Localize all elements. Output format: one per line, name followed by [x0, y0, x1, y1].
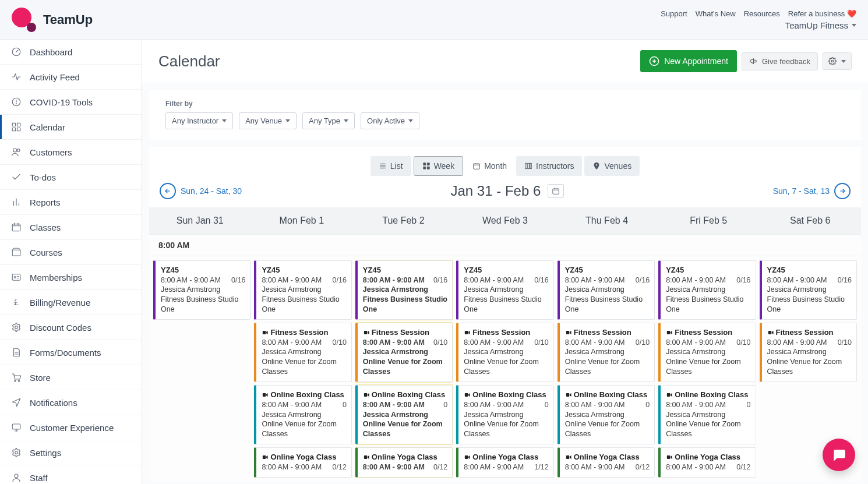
top-link-support[interactable]: Support — [661, 9, 687, 18]
filter-type-dropdown[interactable]: Any Type — [302, 112, 355, 129]
sidebar-item-notifications[interactable]: Notifications — [0, 390, 142, 415]
video-icon — [565, 328, 572, 338]
brand-logo[interactable]: TeamUp — [12, 8, 93, 32]
doc-icon — [10, 347, 22, 358]
sidebar-item-customers[interactable]: Customers — [0, 140, 142, 165]
sidebar-item-label: Courses — [30, 248, 62, 257]
calendar-event[interactable]: YZ458:00 AM - 9:00 AM0/16Jessica Armstro… — [254, 260, 351, 320]
top-link-resources[interactable]: Resources — [744, 9, 780, 18]
calendar-event[interactable]: Online Yoga Class8:00 AM - 9:00 AM0/12 — [558, 447, 655, 477]
sidebar-item-to-dos[interactable]: To-dos — [0, 165, 142, 190]
calendar-event[interactable]: YZ458:00 AM - 9:00 AM0/16Jessica Armstro… — [760, 260, 857, 320]
sidebar-item-memberships[interactable]: Memberships — [0, 265, 142, 290]
calendar-event[interactable]: Online Yoga Class8:00 AM - 9:00 AM0/12 — [355, 447, 453, 477]
sidebar-item-customer-experience[interactable]: Customer Experience — [0, 415, 142, 440]
calendar-event[interactable]: YZ458:00 AM - 9:00 AM0/16Jessica Armstro… — [558, 260, 655, 320]
video-icon — [666, 328, 673, 338]
grid-icon — [10, 121, 22, 133]
day-header: Wed Feb 3 — [454, 215, 556, 226]
map-pin-icon — [592, 162, 601, 170]
calendar-event[interactable]: YZ458:00 AM - 9:00 AM0/16Jessica Armstro… — [153, 260, 250, 320]
svg-rect-75 — [566, 393, 569, 397]
sidebar-item-billing-revenue[interactable]: Billing/Revenue — [0, 290, 142, 315]
video-icon — [767, 328, 774, 338]
sidebar-item-label: Classes — [30, 222, 61, 232]
sidebar-item-reports[interactable]: Reports — [0, 190, 142, 215]
time-slot-label: 8:00 AM — [149, 234, 861, 256]
calendar-event[interactable]: Online Yoga Class8:00 AM - 9:00 AM1/12 — [456, 447, 553, 477]
calendar-icon — [472, 162, 481, 170]
megaphone-icon — [749, 57, 757, 65]
sidebar-item-discount-codes[interactable]: Discount Codes — [0, 315, 142, 340]
prev-week-button[interactable]: Sun, 24 - Sat, 30 — [160, 183, 242, 199]
calendar-event[interactable]: Fitness Session8:00 AM - 9:00 AM0/10Jess… — [355, 323, 453, 382]
svg-point-25 — [15, 380, 16, 381]
give-feedback-button[interactable]: Give feedback — [742, 52, 818, 70]
view-tab-month[interactable]: Month — [464, 156, 515, 176]
calendar-settings-button[interactable] — [823, 52, 852, 70]
sidebar-item-activity-feed[interactable]: Activity Feed — [0, 65, 142, 90]
svg-rect-47 — [530, 163, 531, 168]
calendar-event[interactable]: Fitness Session8:00 AM - 9:00 AM0/10Jess… — [558, 323, 655, 382]
calendar-event[interactable]: Online Yoga Class8:00 AM - 9:00 AM0/12 — [254, 447, 351, 477]
sidebar-item-classes[interactable]: Classes — [0, 215, 142, 240]
sidebar-item-label: To-dos — [30, 172, 56, 182]
svg-rect-13 — [12, 224, 20, 231]
view-tab-venues[interactable]: Venues — [584, 156, 640, 176]
calendar-event[interactable]: Fitness Session8:00 AM - 9:00 AM0/10Jess… — [658, 323, 756, 382]
sidebar-item-store[interactable]: Store — [0, 365, 142, 390]
calendar-event[interactable]: Online Boxing Class8:00 AM - 9:00 AM0Jes… — [456, 385, 553, 444]
calendar-event[interactable]: YZ458:00 AM - 9:00 AM0/16Jessica Armstro… — [456, 260, 553, 320]
filter-venue-dropdown[interactable]: Any Venue — [239, 112, 297, 129]
calendar-event[interactable]: Online Boxing Class8:00 AM - 9:00 AM0Jes… — [558, 385, 655, 444]
date-picker-button[interactable] — [548, 184, 564, 198]
calendar-event[interactable]: Online Boxing Class8:00 AM - 9:00 AM0Jes… — [658, 385, 756, 444]
svg-marker-80 — [671, 331, 672, 334]
top-link-whatsnew[interactable]: What's New — [696, 9, 736, 18]
chat-icon — [831, 447, 846, 462]
svg-rect-59 — [263, 455, 266, 459]
view-tab-instructors[interactable]: Instructors — [516, 156, 582, 176]
svg-rect-57 — [263, 393, 266, 397]
calendar-event[interactable]: YZ458:00 AM - 9:00 AM0/16Jessica Armstro… — [658, 260, 756, 320]
calendar-event[interactable]: Online Boxing Class8:00 AM - 9:00 AM0Jes… — [254, 385, 351, 444]
chevron-down-icon — [841, 60, 846, 63]
filter-instructor-dropdown[interactable]: Any Instructor — [165, 112, 233, 129]
calendar-event[interactable]: Fitness Session8:00 AM - 9:00 AM0/10Jess… — [254, 323, 351, 382]
sidebar-item-settings[interactable]: Settings — [0, 440, 142, 465]
sidebar-item-calendar[interactable]: Calendar — [0, 115, 142, 140]
heart-icon: ❤️ — [847, 9, 856, 18]
svg-marker-62 — [368, 331, 369, 334]
calendar-event[interactable]: Fitness Session8:00 AM - 9:00 AM0/10Jess… — [760, 323, 857, 382]
svg-rect-81 — [667, 393, 670, 397]
chat-launcher-button[interactable] — [823, 439, 855, 471]
sidebar-item-label: Customer Experience — [30, 423, 114, 433]
chevron-down-icon — [285, 119, 290, 122]
video-icon — [464, 328, 471, 338]
new-appointment-button[interactable]: New Appointment — [640, 50, 737, 72]
svg-rect-71 — [465, 455, 468, 459]
business-selector[interactable]: TeamUp Fitness — [785, 20, 856, 30]
svg-rect-46 — [528, 163, 530, 168]
calendar-event[interactable]: YZ458:00 AM - 9:00 AM0/16Jessica Armstro… — [355, 260, 453, 320]
svg-marker-64 — [368, 393, 369, 397]
next-week-button[interactable]: Sun, 7 - Sat, 13 — [773, 183, 851, 199]
user-icon — [10, 472, 22, 483]
sidebar-item-staff[interactable]: Staff — [0, 465, 142, 484]
sidebar-item-courses[interactable]: Courses — [0, 240, 142, 265]
svg-rect-83 — [667, 455, 670, 459]
svg-marker-74 — [570, 331, 571, 334]
view-tab-list[interactable]: List — [371, 156, 411, 176]
filter-label: Filter by — [165, 100, 845, 108]
day-header: Fri Feb 5 — [658, 215, 760, 226]
view-tab-week[interactable]: Week — [414, 156, 464, 176]
sidebar-item-dashboard[interactable]: Dashboard — [0, 40, 142, 65]
sidebar-item-covid-19-tools[interactable]: COVID-19 Tools — [0, 90, 142, 115]
calendar-event[interactable]: Online Boxing Class8:00 AM - 9:00 AM0Jes… — [355, 385, 453, 444]
calendar-event[interactable]: Online Yoga Class8:00 AM - 9:00 AM0/12 — [658, 447, 756, 477]
top-link-refer[interactable]: Refer a business ❤️ — [788, 9, 856, 18]
calendar-event[interactable]: Fitness Session8:00 AM - 9:00 AM0/10Jess… — [456, 323, 553, 382]
filter-status-dropdown[interactable]: Only Active — [361, 112, 419, 129]
sidebar-item-forms-documents[interactable]: Forms/Documents — [0, 340, 142, 365]
svg-marker-60 — [267, 455, 269, 459]
